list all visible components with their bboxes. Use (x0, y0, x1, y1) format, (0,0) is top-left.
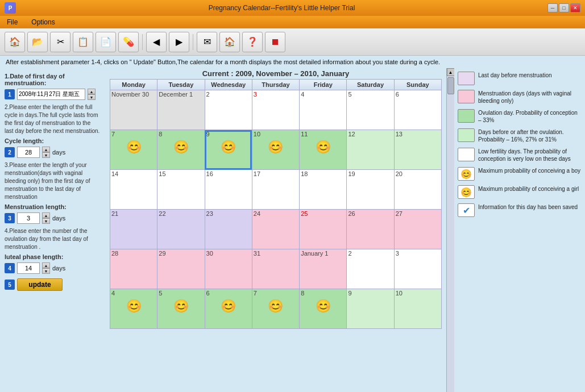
calendar-cell[interactable]: 28 (110, 249, 157, 289)
calendar-cell[interactable]: 17 (252, 170, 299, 210)
toolbar-back[interactable]: ◀ (146, 32, 167, 52)
toolbar-cut[interactable]: ✂ (50, 32, 70, 52)
cycle-up[interactable]: ▲ (42, 147, 50, 152)
calendar-cell[interactable]: 26 (347, 210, 394, 249)
calendar-cell[interactable]: 21 (110, 210, 157, 249)
mens-up[interactable]: ▲ (42, 212, 50, 218)
legend-item-2: Menstruation days (days with vaginal ble… (458, 90, 582, 105)
calendar-cell[interactable]: 7😊 (110, 130, 157, 170)
calendar-cell[interactable]: 6 (394, 90, 441, 130)
toolbar-open[interactable]: 📂 (27, 32, 48, 52)
toolbar-home[interactable]: 🏠 (5, 32, 25, 52)
calendar-cell[interactable]: 4😊 (110, 289, 157, 329)
section3-desc: 3.Please enter the length of your menstr… (5, 161, 101, 201)
calendar-cell[interactable]: 19 (347, 170, 394, 210)
face-icon-girl: 😊 (206, 299, 251, 314)
calendar-cell[interactable]: 10 (394, 289, 441, 329)
app-icon: P (5, 2, 16, 14)
calendar-cell[interactable]: 9 (347, 289, 394, 329)
legend-text-1: Last day before menstruation (478, 72, 552, 79)
calendar-cell[interactable]: 11😊 (300, 130, 347, 170)
toolbar-copy[interactable]: 📋 (73, 32, 93, 52)
calendar-cell[interactable]: 27 (394, 210, 441, 249)
calendar-cell[interactable]: 8😊 (300, 289, 347, 329)
toolbar-stop[interactable]: ⏹ (265, 32, 285, 52)
toolbar-pill[interactable]: 💊 (118, 32, 139, 52)
col-wednesday: Wednesday (205, 80, 252, 90)
date-down[interactable]: ▼ (88, 94, 96, 100)
calendar-cell[interactable]: 22 (157, 210, 205, 249)
calendar-cell[interactable]: 3 (252, 90, 299, 130)
cycle-length-input[interactable] (17, 147, 40, 158)
calendar-cell[interactable]: 9😊 (205, 130, 252, 170)
face-icon-girl: 😊 (159, 299, 203, 314)
toolbar-help[interactable]: ❓ (242, 32, 263, 52)
calendar-cell[interactable]: 2 (205, 90, 252, 130)
luteal-phase-input[interactable] (17, 262, 40, 274)
menu-file[interactable]: File (5, 17, 20, 27)
toolbar-email[interactable]: ✉ (197, 32, 217, 52)
calendar-cell[interactable]: 14 (110, 170, 157, 210)
calendar-cell[interactable]: 24 (252, 210, 299, 249)
calendar-cell[interactable]: 10😊 (252, 130, 299, 170)
toolbar-new[interactable]: 📄 (96, 32, 116, 52)
calendar-cell[interactable]: 2 (347, 249, 394, 289)
date-up[interactable]: ▲ (88, 89, 96, 94)
badge5: 5 (5, 280, 15, 290)
day-number: 7 (111, 131, 156, 137)
day-number: 23 (206, 210, 251, 217)
day-number: 19 (348, 170, 392, 177)
update-button[interactable]: update (17, 278, 63, 291)
calendar-row-1: 7😊8😊9😊10😊11😊1213 (110, 130, 442, 170)
calendar-cell[interactable]: 5 (347, 90, 394, 130)
calendar-cell[interactable]: December 1 (157, 90, 205, 130)
calendar-row-4: 28293031January 123 (110, 249, 442, 289)
menu-options[interactable]: Options (29, 17, 57, 27)
day-number: 4 (111, 290, 156, 297)
date-input[interactable] (17, 89, 85, 100)
calendar-cell[interactable]: 25 (300, 210, 347, 249)
calendar-cell[interactable]: 12 (347, 130, 394, 170)
day-number: 8 (159, 131, 203, 137)
mens-down[interactable]: ▼ (42, 218, 50, 224)
toolbar-forward[interactable]: ▶ (169, 32, 189, 52)
toolbar-house[interactable]: 🏠 (219, 32, 240, 52)
calendar-cell[interactable]: 15 (157, 170, 205, 210)
calendar-cell[interactable]: 7😊 (252, 289, 299, 329)
scroll-thumb[interactable] (447, 77, 454, 94)
calendar-cell[interactable]: 20 (394, 170, 441, 210)
calendar-cell[interactable]: 29 (157, 249, 205, 289)
face-icon-boy: 😊 (254, 299, 298, 314)
calendar-row-0: November 30December 123456 (110, 90, 442, 130)
calendar-cell[interactable]: 18 (300, 170, 347, 210)
luteal-down[interactable]: ▼ (42, 268, 50, 274)
calendar-cell[interactable]: 3 (394, 249, 441, 289)
day-number: 15 (159, 170, 203, 177)
legend-item-6: 😊 Maximum probability of conceiving a bo… (458, 167, 582, 181)
day-number: December 1 (159, 91, 203, 98)
calendar-cell[interactable]: 5😊 (157, 289, 205, 329)
close-button[interactable]: ✕ (570, 3, 580, 12)
calendar-cell[interactable]: 16 (205, 170, 252, 210)
calendar-cell[interactable]: 6😊 (205, 289, 252, 329)
toolbar-sep2 (193, 34, 193, 50)
luteal-up[interactable]: ▲ (42, 262, 50, 268)
cycle-down[interactable]: ▼ (42, 152, 50, 158)
col-monday: Monday (110, 80, 157, 90)
calendar-cell[interactable]: 8😊 (157, 130, 205, 170)
scroll-up[interactable]: ▲ (447, 68, 455, 76)
day-number: 18 (301, 170, 345, 177)
calendar-cell[interactable]: 31 (252, 249, 299, 289)
minimize-button[interactable]: ─ (547, 3, 558, 12)
maximize-button[interactable]: □ (559, 3, 569, 12)
calendar-cell[interactable]: 4 (300, 90, 347, 130)
calendar-cell[interactable]: January 1 (300, 249, 347, 289)
calendar-cell[interactable]: 30 (205, 249, 252, 289)
day-number: November 30 (111, 91, 156, 98)
legend-color-5 (458, 148, 475, 161)
calendar-cell[interactable]: 23 (205, 210, 252, 249)
menstration-length-input[interactable] (17, 212, 40, 224)
calendar-cell[interactable]: 13 (394, 130, 441, 170)
calendar-cell[interactable]: November 30 (110, 90, 157, 130)
day-number: 8 (301, 290, 345, 297)
